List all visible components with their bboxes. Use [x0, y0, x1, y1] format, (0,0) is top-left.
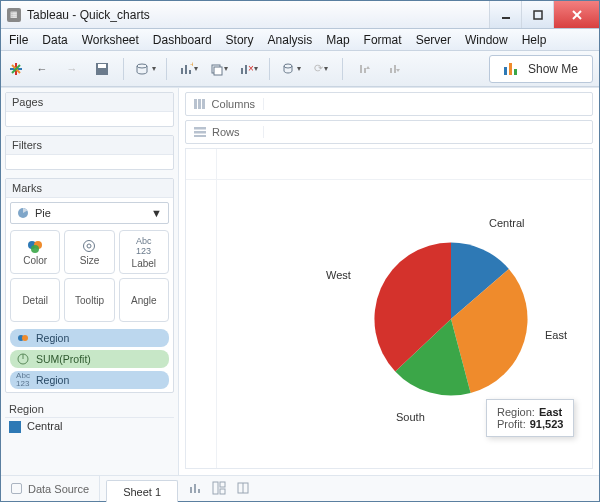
angle-label: Angle	[131, 295, 157, 306]
menu-map[interactable]: Map	[326, 33, 349, 47]
back-button[interactable]: ←	[29, 56, 55, 82]
window-title: Tableau - Quick_charts	[27, 8, 489, 22]
data-tooltip: Region:East Profit:91,523	[486, 399, 574, 437]
sort-asc-button[interactable]	[351, 56, 377, 82]
color-label: Color	[23, 255, 47, 266]
menu-format[interactable]: Format	[364, 33, 402, 47]
color-pill-icon	[16, 333, 30, 343]
new-dashboard-tab-button[interactable]	[212, 481, 226, 497]
tableau-window: ▦ Tableau - Quick_charts File Data Works…	[0, 0, 600, 502]
clear-sheet-button[interactable]: ×▾	[235, 56, 261, 82]
size-label: Size	[80, 255, 99, 266]
datasource-icon	[11, 483, 22, 494]
minimize-button[interactable]	[489, 1, 521, 28]
svg-point-31	[22, 335, 28, 341]
label-label: Label	[132, 258, 156, 269]
svg-rect-1	[534, 11, 542, 19]
new-datasource-button[interactable]: ▾	[132, 56, 158, 82]
pill-label: Region	[36, 374, 69, 386]
maximize-button[interactable]	[521, 1, 553, 28]
detail-label: Detail	[22, 295, 48, 306]
svg-rect-38	[194, 135, 206, 137]
pages-title: Pages	[6, 93, 173, 112]
data-source-label: Data Source	[28, 483, 89, 495]
duplicate-sheet-button[interactable]: ▾	[205, 56, 231, 82]
sheet-tab-label: Sheet 1	[123, 486, 161, 498]
menu-analysis[interactable]: Analysis	[268, 33, 313, 47]
svg-text:×: ×	[248, 63, 253, 74]
columns-shelf[interactable]: Columns	[185, 92, 593, 116]
tooltip-key-region: Region:	[497, 406, 535, 418]
menu-worksheet[interactable]: Worksheet	[82, 33, 139, 47]
forward-button[interactable]: →	[59, 56, 85, 82]
mark-type-select[interactable]: Pie ▼	[10, 202, 169, 224]
svg-rect-36	[194, 127, 206, 130]
menu-help[interactable]: Help	[522, 33, 547, 47]
svg-rect-44	[220, 489, 225, 494]
show-me-button[interactable]: Show Me	[489, 55, 593, 83]
svg-text:+: +	[190, 62, 193, 69]
rows-label: Rows	[212, 126, 240, 138]
svg-point-28	[84, 240, 95, 251]
marks-color-card[interactable]: Color	[10, 230, 60, 274]
pages-panel[interactable]: Pages	[5, 92, 174, 127]
legend-swatch	[9, 421, 21, 433]
tooltip-key-profit: Profit:	[497, 418, 526, 430]
rows-shelf[interactable]: Rows	[185, 120, 593, 144]
save-button[interactable]	[89, 56, 115, 82]
swap-button[interactable]: ▾	[278, 56, 304, 82]
legend-item-central[interactable]: Central	[5, 417, 174, 435]
data-source-tab[interactable]: Data Source	[1, 476, 100, 501]
menu-data[interactable]: Data	[42, 33, 67, 47]
size-icon	[82, 239, 96, 253]
svg-rect-12	[185, 65, 187, 74]
sheet-tab-1[interactable]: Sheet 1	[106, 480, 178, 502]
svg-rect-39	[190, 487, 192, 493]
svg-point-10	[137, 64, 147, 68]
color-legend[interactable]: Region Central	[5, 401, 174, 435]
svg-rect-22	[509, 63, 512, 75]
slice-label-south: South	[396, 411, 425, 423]
slice-label-east: East	[545, 329, 567, 341]
pill-label-region[interactable]: Abc123Region	[10, 371, 169, 389]
separator	[166, 58, 167, 80]
tableau-logo-icon[interactable]	[7, 60, 25, 78]
visualization-canvas[interactable]: Central East South West Region:East Prof…	[185, 148, 593, 469]
side-panels: Pages Filters Marks Pie ▼ Color Size Abc…	[1, 88, 179, 475]
new-story-tab-button[interactable]	[236, 481, 250, 497]
marks-detail-card[interactable]: Detail	[10, 278, 60, 322]
chevron-down-icon: ▼	[151, 207, 162, 219]
marks-angle-card[interactable]: Angle	[119, 278, 169, 322]
menu-server[interactable]: Server	[416, 33, 451, 47]
pill-label: SUM(Profit)	[36, 353, 91, 365]
new-worksheet-button[interactable]: +▾	[175, 56, 201, 82]
label-icon: Abc123	[136, 236, 152, 256]
show-me-icon	[504, 63, 520, 75]
sort-desc-button[interactable]	[381, 56, 407, 82]
pill-angle-sumprofit[interactable]: SUM(Profit)	[10, 350, 169, 368]
svg-rect-35	[202, 99, 205, 109]
marks-tooltip-card[interactable]: Tooltip	[64, 278, 114, 322]
window-controls	[489, 1, 599, 28]
tooltip-label: Tooltip	[75, 295, 104, 306]
pill-color-region[interactable]: Region	[10, 329, 169, 347]
content-area: Pages Filters Marks Pie ▼ Color Size Abc…	[1, 87, 599, 475]
menu-dashboard[interactable]: Dashboard	[153, 33, 212, 47]
menubar: File Data Worksheet Dashboard Story Anal…	[1, 29, 599, 51]
marks-title: Marks	[6, 179, 173, 198]
rows-icon	[194, 127, 206, 137]
sheet-tab-bar: Data Source Sheet 1	[1, 475, 599, 501]
svg-rect-40	[194, 484, 196, 493]
menu-window[interactable]: Window	[465, 33, 508, 47]
refresh-button[interactable]: ⟳▾	[308, 56, 334, 82]
menu-story[interactable]: Story	[226, 33, 254, 47]
svg-rect-21	[504, 67, 507, 75]
menu-file[interactable]: File	[9, 33, 28, 47]
new-worksheet-tab-button[interactable]	[188, 481, 202, 497]
marks-size-card[interactable]: Size	[64, 230, 114, 274]
close-button[interactable]	[553, 1, 599, 28]
svg-rect-42	[213, 482, 218, 494]
pie-chart[interactable]: Central East South West	[361, 229, 541, 409]
marks-label-card[interactable]: Abc123Label	[119, 230, 169, 274]
filters-panel[interactable]: Filters	[5, 135, 174, 170]
